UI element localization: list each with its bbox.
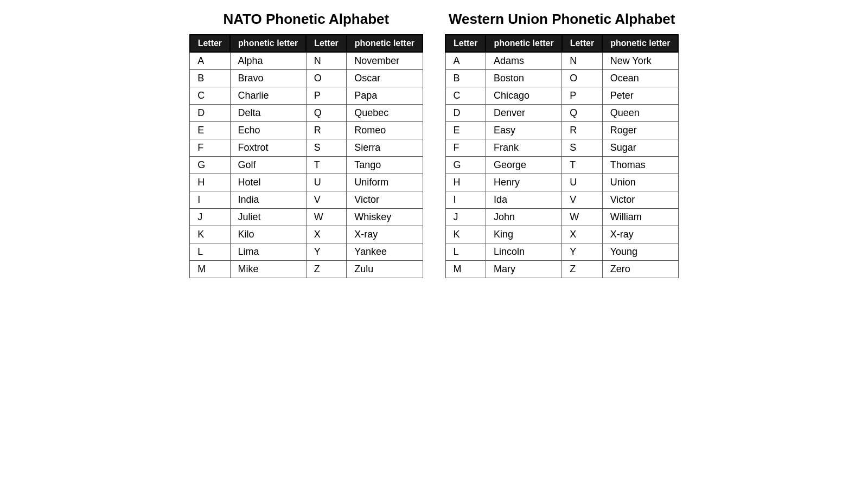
table-cell: Zero	[602, 261, 678, 278]
table-cell: U	[306, 174, 346, 191]
table-cell: R	[562, 122, 602, 139]
table-row: DDenverQQueen	[445, 105, 678, 122]
table-cell: J	[190, 209, 230, 226]
table-cell: Oscar	[347, 70, 423, 87]
table-cell: B	[190, 70, 230, 87]
table-cell: India	[230, 191, 306, 209]
table-row: MMikeZZulu	[190, 261, 423, 278]
table-cell: X	[562, 226, 602, 243]
table-cell: P	[562, 87, 602, 105]
table-cell: Uniform	[347, 174, 423, 191]
table-cell: Delta	[230, 105, 306, 122]
table-cell: Denver	[486, 105, 561, 122]
nato-header-row: Letter phonetic letter Letter phonetic l…	[190, 35, 423, 52]
table-cell: I	[190, 191, 230, 209]
table-cell: K	[190, 226, 230, 243]
table-cell: Mike	[230, 261, 306, 278]
nato-col1-header: Letter	[190, 35, 230, 52]
table-row: MMaryZZero	[445, 261, 678, 278]
table-cell: N	[562, 52, 602, 70]
table-cell: G	[190, 157, 230, 174]
table-cell: O	[562, 70, 602, 87]
table-cell: Mary	[486, 261, 561, 278]
table-cell: Juliet	[230, 209, 306, 226]
table-cell: Lima	[230, 243, 306, 261]
table-cell: Ida	[486, 191, 561, 209]
table-cell: William	[602, 209, 678, 226]
table-cell: Hotel	[230, 174, 306, 191]
table-cell: Charlie	[230, 87, 306, 105]
table-cell: A	[445, 52, 486, 70]
table-cell: L	[445, 243, 486, 261]
nato-section: NATO Phonetic Alphabet Letter phonetic l…	[189, 11, 423, 278]
table-cell: D	[445, 105, 486, 122]
table-row: HHenryUUnion	[445, 174, 678, 191]
table-cell: Q	[306, 105, 346, 122]
table-row: KKingXX-ray	[445, 226, 678, 243]
table-row: FFrankSSugar	[445, 139, 678, 157]
western-header-row: Letter phonetic letter Letter phonetic l…	[445, 35, 678, 52]
table-cell: Q	[562, 105, 602, 122]
table-cell: L	[190, 243, 230, 261]
table-cell: Z	[562, 261, 602, 278]
table-cell: Whiskey	[347, 209, 423, 226]
table-cell: V	[306, 191, 346, 209]
table-row: LLincolnYYoung	[445, 243, 678, 261]
table-cell: E	[445, 122, 486, 139]
table-cell: Kilo	[230, 226, 306, 243]
western-table: Letter phonetic letter Letter phonetic l…	[445, 34, 679, 278]
table-cell: Thomas	[602, 157, 678, 174]
table-cell: H	[445, 174, 486, 191]
table-cell: Romeo	[347, 122, 423, 139]
nato-col3-header: Letter	[306, 35, 346, 52]
table-cell: S	[306, 139, 346, 157]
table-cell: T	[562, 157, 602, 174]
table-cell: Alpha	[230, 52, 306, 70]
table-cell: X-ray	[602, 226, 678, 243]
table-cell: Papa	[347, 87, 423, 105]
table-cell: Chicago	[486, 87, 561, 105]
table-row: DDeltaQQuebec	[190, 105, 423, 122]
table-cell: Lincoln	[486, 243, 561, 261]
table-cell: B	[445, 70, 486, 87]
table-row: IIdaVVictor	[445, 191, 678, 209]
table-row: CCharliePPapa	[190, 87, 423, 105]
nato-col2-header: phonetic letter	[230, 35, 306, 52]
table-cell: Union	[602, 174, 678, 191]
table-cell: Bravo	[230, 70, 306, 87]
table-cell: M	[190, 261, 230, 278]
nato-col4-header: phonetic letter	[347, 35, 423, 52]
table-cell: Y	[562, 243, 602, 261]
table-cell: Foxtrot	[230, 139, 306, 157]
table-cell: Ocean	[602, 70, 678, 87]
table-cell: I	[445, 191, 486, 209]
western-col2-header: phonetic letter	[486, 35, 561, 52]
table-row: BBravoOOscar	[190, 70, 423, 87]
table-cell: E	[190, 122, 230, 139]
table-cell: Tango	[347, 157, 423, 174]
table-cell: Henry	[486, 174, 561, 191]
table-cell: Quebec	[347, 105, 423, 122]
table-cell: F	[190, 139, 230, 157]
table-cell: Frank	[486, 139, 561, 157]
table-cell: K	[445, 226, 486, 243]
table-row: JJohnWWilliam	[445, 209, 678, 226]
table-cell: C	[190, 87, 230, 105]
table-cell: W	[562, 209, 602, 226]
table-cell: Z	[306, 261, 346, 278]
western-section: Western Union Phonetic Alphabet Letter p…	[445, 11, 679, 278]
table-cell: Yankee	[347, 243, 423, 261]
table-cell: Sugar	[602, 139, 678, 157]
table-cell: W	[306, 209, 346, 226]
table-row: JJulietWWhiskey	[190, 209, 423, 226]
table-cell: November	[347, 52, 423, 70]
western-col1-header: Letter	[445, 35, 486, 52]
table-cell: J	[445, 209, 486, 226]
table-cell: Queen	[602, 105, 678, 122]
table-row: EEasyRRoger	[445, 122, 678, 139]
table-cell: Echo	[230, 122, 306, 139]
table-cell: King	[486, 226, 561, 243]
table-cell: X-ray	[347, 226, 423, 243]
table-cell: Victor	[602, 191, 678, 209]
table-row: IIndiaVVictor	[190, 191, 423, 209]
